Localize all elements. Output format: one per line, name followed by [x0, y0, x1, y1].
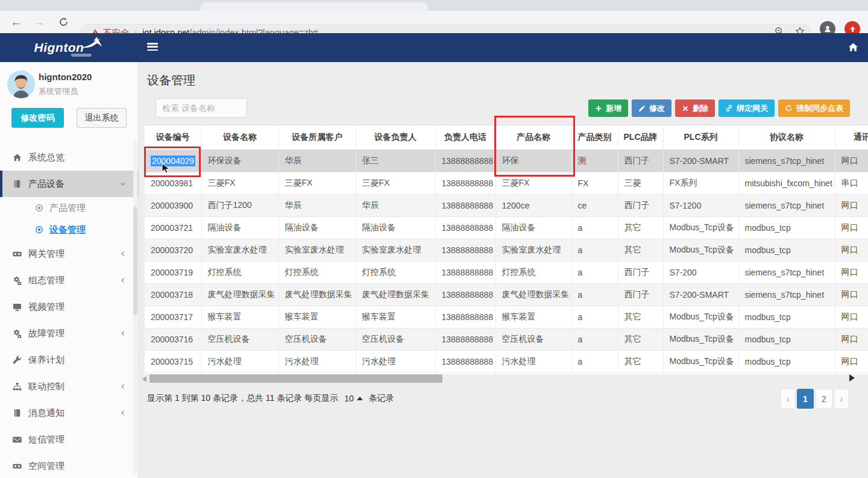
- caret-up-icon: [357, 397, 363, 400]
- column-header-10[interactable]: 通讯: [835, 125, 868, 149]
- table-row-2[interactable]: 200003900西门子1200华辰华辰138888888881200cece西…: [145, 194, 868, 216]
- cell-9-3: 污水处理: [356, 350, 435, 373]
- cell-1-10: 串口: [835, 172, 868, 194]
- cell-2-1: 西门子1200: [201, 194, 278, 216]
- user-card: hignton2020 系统管理员: [0, 62, 139, 104]
- sidebar-item-8[interactable]: 保养计划: [0, 347, 139, 373]
- table-row-4[interactable]: 200003720实验室废水处理实验室废水处理实验室废水处理1388888888…: [145, 239, 868, 261]
- page-prev-button[interactable]: ‹: [781, 389, 795, 409]
- home-icon[interactable]: [848, 42, 858, 55]
- cell-2-4: 13888888888: [435, 194, 495, 216]
- toolbar-button-0[interactable]: 新增: [588, 99, 628, 117]
- cell-1-1: 三菱FX: [201, 172, 278, 194]
- app-navbar: Hignton: [0, 33, 868, 62]
- sidebar-item-12[interactable]: 空间管理: [0, 453, 139, 478]
- sidebar-item-2[interactable]: 产品管理: [0, 197, 139, 219]
- search-input[interactable]: [156, 98, 247, 118]
- browser-tab[interactable]: [201, 2, 428, 11]
- sidebar-item-11[interactable]: 短信管理: [0, 426, 139, 453]
- sidebar-item-3[interactable]: 设备管理: [0, 219, 139, 241]
- sidebar-item-label: 短信管理: [28, 434, 64, 445]
- toolbar-button-2[interactable]: 删除: [675, 99, 715, 117]
- toolbar-button-1[interactable]: 修改: [632, 99, 671, 117]
- chevron-left-icon: [119, 277, 127, 284]
- change-password-button[interactable]: 修改密码: [11, 108, 64, 128]
- column-header-1[interactable]: 设备名称: [201, 125, 278, 149]
- sidebar-item-7[interactable]: 故障管理: [0, 320, 139, 347]
- column-header-6[interactable]: 产品类别: [571, 125, 618, 149]
- back-icon[interactable]: ←: [8, 14, 24, 30]
- column-header-0[interactable]: 设备编号: [145, 125, 201, 149]
- table-row-7[interactable]: 200003717猴车装置猴车装置猴车装置13888888888猴车装置a其它M…: [145, 306, 868, 328]
- table-row-1[interactable]: 200003981三菱FX三菱FX三菱FX13888888888三菱FXFX三菱…: [145, 172, 868, 194]
- page-button-1[interactable]: 1: [797, 389, 814, 409]
- sidebar-toggle-icon[interactable]: [147, 43, 159, 52]
- table-row-8[interactable]: 200003716空压机设备空压机设备空压机设备13888888888空压机设备…: [145, 328, 868, 350]
- sidebar-item-10[interactable]: 消息通知: [0, 400, 139, 426]
- cell-9-9: modbus_tcp: [738, 350, 835, 373]
- hscroll-left-icon[interactable]: [142, 376, 146, 382]
- toolbar-button-4[interactable]: 强制同步点表: [778, 99, 850, 117]
- sidebar-item-label: 视频管理: [28, 301, 64, 313]
- cell-4-8: Modbus_Tcp设备: [663, 239, 738, 261]
- cell-0-7: 西门子: [618, 149, 663, 172]
- cell-1-0: 200003981: [145, 172, 201, 194]
- column-header-9[interactable]: 协议名称: [738, 125, 835, 149]
- column-header-5[interactable]: 产品名称: [495, 125, 571, 149]
- cell-4-5: 实验室废水处理: [495, 239, 571, 261]
- cell-0-3: 张三: [356, 149, 435, 172]
- sidebar-item-0[interactable]: 系统总览: [0, 144, 139, 171]
- column-header-3[interactable]: 设备负责人: [356, 125, 435, 149]
- sidebar-item-6[interactable]: 视频管理: [0, 294, 139, 320]
- page-size-value: 10: [344, 394, 354, 403]
- refresh-icon: [785, 104, 793, 112]
- forward-icon[interactable]: →: [31, 14, 47, 30]
- cell-7-7: 其它: [618, 306, 663, 328]
- table-row-3[interactable]: 200003721隔油设备隔油设备隔油设备13888888888隔油设备a其它M…: [145, 216, 868, 239]
- table-row-0[interactable]: 200004029环保设备华辰张三13888888888环保测西门子S7-200…: [145, 149, 868, 172]
- pagination-info: 显示第 1 到第 10 条记录，总共 11 条记录 每页显示 10 条记录: [147, 393, 394, 404]
- cell-4-2: 实验室废水处理: [278, 239, 356, 261]
- sidebar-item-9[interactable]: 联动控制: [0, 373, 139, 400]
- column-header-7[interactable]: PLC品牌: [618, 125, 663, 149]
- sidebar-item-1[interactable]: 产品设备: [0, 171, 139, 197]
- page-button-2[interactable]: 2: [816, 389, 832, 409]
- table-row-9[interactable]: 200003715污水处理污水处理污水处理13888888888污水处理a其它M…: [145, 350, 868, 373]
- sidebar-item-label: 故障管理: [28, 328, 64, 339]
- cell-5-7: 西门子: [618, 261, 663, 283]
- sidebar-item-label: 保养计划: [28, 354, 64, 366]
- cell-2-9: siemens_s7tcp_hinet: [738, 194, 835, 216]
- column-header-8[interactable]: PLC系列: [663, 125, 738, 149]
- table-row-5[interactable]: 200003719灯控系统灯控系统灯控系统13888888888灯控系统a西门子…: [145, 261, 868, 283]
- logout-button[interactable]: 退出系统: [77, 108, 127, 128]
- hscroll-right-icon[interactable]: [849, 374, 855, 382]
- cell-1-9: mitsubishi_fxcom_hinet: [738, 172, 835, 194]
- cell-0-6: 测: [571, 149, 618, 172]
- column-header-2[interactable]: 设备所属客户: [278, 125, 356, 149]
- cell-3-1: 隔油设备: [201, 216, 278, 239]
- cell-0-1: 环保设备: [201, 149, 278, 172]
- sidebar-item-5[interactable]: 组态管理: [0, 267, 139, 294]
- page-size-dropdown[interactable]: 10: [342, 394, 365, 403]
- cell-7-9: modbus_tcp: [738, 306, 835, 328]
- page-title: 设备管理: [147, 72, 195, 89]
- selected-device-number[interactable]: 200004029: [151, 156, 195, 166]
- cell-2-0: 200003900: [145, 194, 201, 216]
- hscroll-thumb[interactable]: [149, 374, 442, 383]
- cell-1-3: 三菱FX: [356, 172, 435, 194]
- table-row-6[interactable]: 200003718废气处理数据采集废气处理数据采集废气处理数据采集1388888…: [145, 283, 868, 306]
- toolbar-button-label: 删除: [693, 103, 708, 114]
- sidebar-item-4[interactable]: 网关管理: [0, 241, 139, 267]
- sidebar-item-label: 设备管理: [49, 224, 86, 236]
- toolbar-button-3[interactable]: 绑定网关: [719, 99, 775, 117]
- chevron-left-icon: [119, 383, 127, 390]
- cell-7-2: 猴车装置: [278, 306, 356, 328]
- sidebar-scrollbar[interactable]: [133, 140, 137, 474]
- reload-icon[interactable]: [55, 14, 71, 30]
- page-next-button[interactable]: ›: [834, 389, 849, 409]
- cell-5-8: S7-200: [663, 261, 738, 283]
- cell-5-6: a: [571, 261, 618, 283]
- column-header-4[interactable]: 负责人电话: [435, 125, 495, 149]
- cell-3-9: modbus_tcp: [738, 216, 835, 239]
- cell-6-10: 网口: [835, 283, 868, 306]
